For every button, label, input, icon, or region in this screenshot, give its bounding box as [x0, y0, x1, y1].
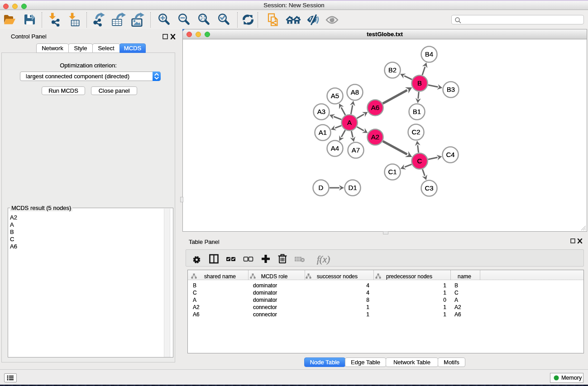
svg-text:A: A — [347, 119, 352, 126]
svg-text:A2: A2 — [371, 133, 379, 141]
svg-text:B2: B2 — [388, 66, 397, 74]
svg-text:A8: A8 — [351, 88, 359, 96]
svg-text:A5: A5 — [331, 92, 339, 100]
svg-text:C4: C4 — [446, 151, 454, 158]
svg-text:A4: A4 — [331, 144, 339, 152]
svg-text:C3: C3 — [425, 184, 433, 192]
svg-text:A7: A7 — [352, 146, 360, 154]
svg-text:D: D — [319, 184, 324, 191]
svg-text:A1: A1 — [319, 129, 327, 136]
svg-text:C1: C1 — [388, 168, 397, 176]
svg-text:B1: B1 — [413, 108, 421, 115]
svg-text:B4: B4 — [425, 50, 433, 58]
svg-text:B3: B3 — [447, 86, 455, 93]
svg-text:B: B — [417, 79, 422, 87]
svg-text:D1: D1 — [348, 184, 357, 191]
svg-text:C: C — [417, 157, 422, 165]
svg-text:A6: A6 — [371, 104, 379, 111]
svg-text:f(x): f(x) — [317, 254, 330, 265]
svg-text:A3: A3 — [317, 108, 325, 115]
svg-text:C2: C2 — [411, 128, 420, 136]
